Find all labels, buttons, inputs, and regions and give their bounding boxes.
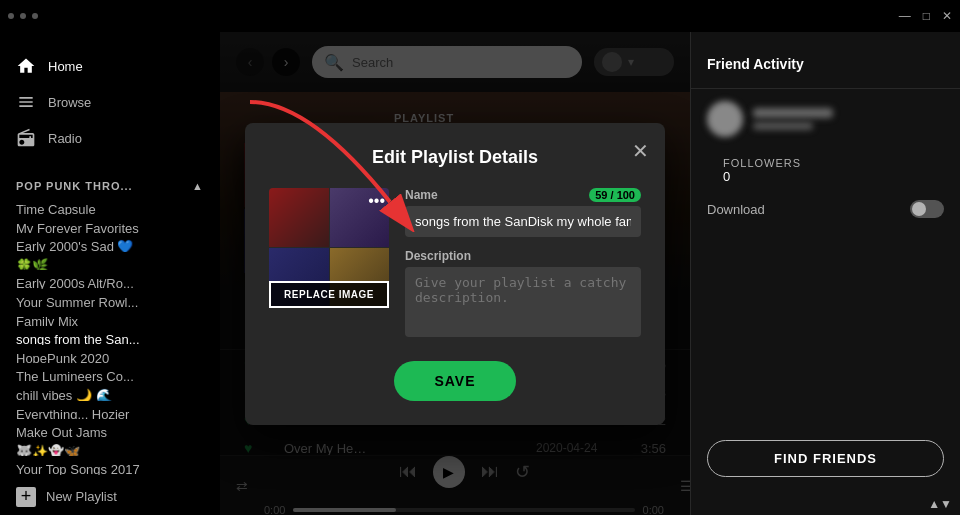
playlist-my-forever[interactable]: My Forever Favorites bbox=[0, 215, 220, 234]
playlist-top-songs[interactable]: Your Top Songs 2017 bbox=[0, 456, 220, 475]
modal-body: ••• Replace Image Name 59 / 100 bbox=[269, 188, 641, 341]
friend-track bbox=[753, 122, 813, 130]
modal-title: Edit Playlist Details bbox=[269, 147, 641, 168]
plus-icon: + bbox=[16, 487, 36, 507]
playlist-lumineers[interactable]: The Lumineers Co... bbox=[0, 363, 220, 382]
new-playlist-button[interactable]: + New Playlist bbox=[0, 479, 220, 515]
sidebar-nav: Home Browse Radio bbox=[0, 40, 220, 164]
playlist-2000s-alt[interactable]: Early 2000s Alt/Ro... bbox=[0, 270, 220, 289]
modal-close-button[interactable]: ✕ bbox=[632, 139, 649, 163]
friend-activity-empty bbox=[691, 226, 960, 424]
download-label: Download bbox=[707, 202, 765, 217]
sidebar-section-title: POP PUNK THRO... ▲ bbox=[0, 164, 220, 196]
playlist-emoji2[interactable]: 🐺✨👻🦋 bbox=[0, 438, 220, 457]
download-row: Download bbox=[691, 192, 960, 226]
modal-fields: Name 59 / 100 Description bbox=[405, 188, 641, 341]
friend-avatar bbox=[707, 101, 743, 137]
radio-icon bbox=[16, 128, 36, 148]
followers-section: FOLLOWERS 0 bbox=[691, 149, 960, 192]
modal-overlay[interactable]: Edit Playlist Details ✕ ••• Replace Imag… bbox=[220, 32, 690, 515]
playlist-hopepunk[interactable]: HopePunk 2020 bbox=[0, 345, 220, 364]
description-label: Description bbox=[405, 249, 471, 263]
name-label: Name bbox=[405, 188, 438, 202]
panel-scroll-controls: ▲ ▼ bbox=[691, 493, 960, 515]
replace-image-button[interactable]: Replace Image bbox=[269, 281, 389, 308]
home-icon bbox=[16, 56, 36, 76]
playlist-2000s-sad[interactable]: Early 2000's Sad 💙 bbox=[0, 233, 220, 252]
save-button[interactable]: SAVE bbox=[394, 361, 515, 401]
browse-label: Browse bbox=[48, 95, 91, 110]
playlist-description-input[interactable] bbox=[405, 267, 641, 337]
playlist-sandisk[interactable]: songs from the San... bbox=[0, 326, 220, 345]
image-options-button[interactable]: ••• bbox=[368, 192, 385, 210]
modal-cover-tile-1 bbox=[269, 188, 329, 248]
playlist-time-capsule[interactable]: Time Capsule bbox=[0, 196, 220, 215]
playlist-summer[interactable]: Your Summer Rowl... bbox=[0, 289, 220, 308]
scroll-up-icon[interactable]: ▲ bbox=[928, 497, 940, 511]
friend-info bbox=[753, 108, 944, 130]
titlebar-dot-3 bbox=[32, 13, 38, 19]
main-content: ‹ › 🔍 ▾ PLAYLIST bbox=[220, 32, 690, 515]
edit-playlist-modal: Edit Playlist Details ✕ ••• Replace Imag… bbox=[245, 123, 665, 425]
playlist-chill[interactable]: chill vibes 🌙 🌊 bbox=[0, 382, 220, 401]
modal-image-area[interactable]: ••• Replace Image bbox=[269, 188, 389, 308]
name-field: Name 59 / 100 bbox=[405, 188, 641, 237]
home-label: Home bbox=[48, 59, 83, 74]
sidebar-item-home[interactable]: Home bbox=[0, 48, 220, 84]
description-field: Description bbox=[405, 249, 641, 341]
titlebar-controls: — □ ✕ bbox=[899, 9, 952, 23]
friend-name bbox=[753, 108, 833, 118]
titlebar-dots bbox=[8, 13, 38, 19]
close-button[interactable]: ✕ bbox=[942, 9, 952, 23]
modal-footer: SAVE bbox=[269, 361, 641, 401]
friend-item bbox=[691, 89, 960, 149]
titlebar-dot-2 bbox=[20, 13, 26, 19]
playlist-name-input[interactable] bbox=[405, 206, 641, 237]
sidebar: Home Browse Radio POP PUNK THRO... ▲ Tim… bbox=[0, 32, 220, 515]
chevron-up-icon: ▲ bbox=[192, 180, 204, 192]
followers-count: 0 bbox=[707, 169, 944, 184]
friend-panel: Friend Activity FOLLOWERS 0 Download FIN… bbox=[690, 32, 960, 515]
scroll-down-icon[interactable]: ▼ bbox=[940, 497, 952, 511]
playlist-makeout[interactable]: Make Out Jams bbox=[0, 419, 220, 438]
playlist-hozier[interactable]: Everything... Hozier bbox=[0, 401, 220, 420]
char-count: 59 / 100 bbox=[589, 188, 641, 202]
sidebar-item-browse[interactable]: Browse bbox=[0, 84, 220, 120]
friend-activity-header: Friend Activity bbox=[691, 32, 960, 89]
radio-label: Radio bbox=[48, 131, 82, 146]
browse-icon bbox=[16, 92, 36, 112]
minimize-button[interactable]: — bbox=[899, 9, 911, 23]
toggle-knob bbox=[912, 202, 926, 216]
titlebar-dot-1 bbox=[8, 13, 14, 19]
playlist-emoji1[interactable]: 🍀🌿 bbox=[0, 252, 220, 271]
sidebar-item-radio[interactable]: Radio bbox=[0, 120, 220, 156]
followers-label: FOLLOWERS bbox=[707, 157, 944, 169]
download-toggle[interactable] bbox=[910, 200, 944, 218]
new-playlist-label: New Playlist bbox=[46, 489, 117, 504]
maximize-button[interactable]: □ bbox=[923, 9, 930, 23]
titlebar: — □ ✕ bbox=[0, 0, 960, 32]
find-friends-button[interactable]: FIND FRIENDS bbox=[707, 440, 944, 477]
playlist-family-mix[interactable]: Family Mix bbox=[0, 308, 220, 327]
